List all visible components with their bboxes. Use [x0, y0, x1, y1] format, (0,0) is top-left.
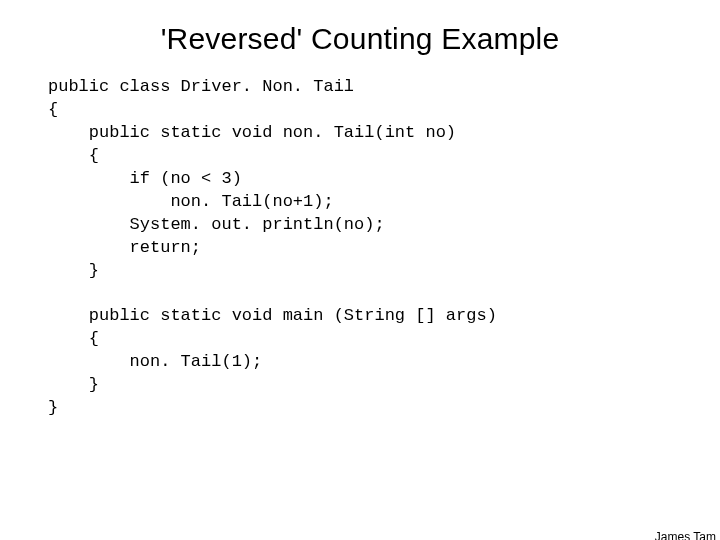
- slide: 'Reversed' Counting Example public class…: [0, 22, 720, 540]
- slide-title: 'Reversed' Counting Example: [0, 22, 720, 56]
- code-block: public class Driver. Non. Tail { public …: [0, 76, 720, 420]
- footer-author: James Tam: [655, 530, 716, 540]
